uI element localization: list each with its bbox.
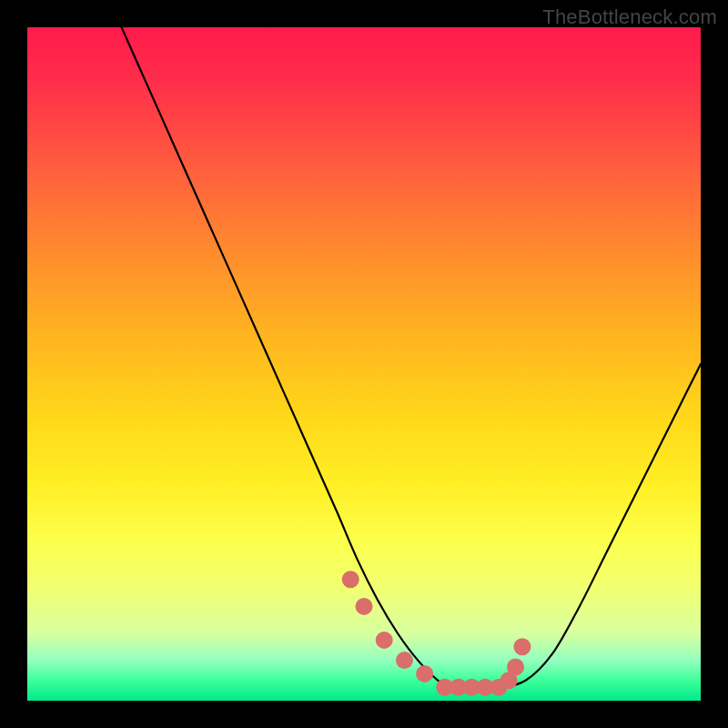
highlight-dots	[342, 571, 531, 695]
highlight-dot	[513, 638, 531, 655]
chart-frame: TheBottleneck.com	[0, 0, 728, 728]
plot-area	[27, 27, 701, 701]
highlight-dot	[416, 665, 433, 682]
highlight-dot	[396, 652, 413, 669]
highlight-dots-layer	[27, 27, 701, 701]
highlight-dot	[356, 598, 373, 615]
highlight-dot	[507, 659, 524, 676]
watermark-text: TheBottleneck.com	[542, 5, 717, 29]
highlight-dot	[376, 632, 393, 649]
highlight-dot	[342, 571, 359, 588]
